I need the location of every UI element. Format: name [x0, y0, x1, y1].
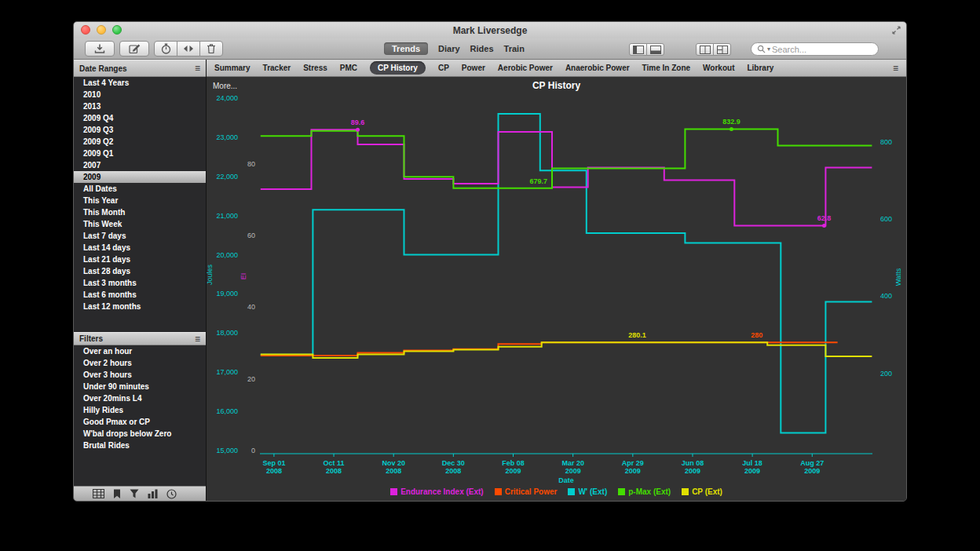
- date-range-item-this-month[interactable]: This Month: [74, 206, 206, 218]
- x-tick-year: 2008: [326, 467, 342, 475]
- series-critical-power: [261, 342, 838, 356]
- search-icon: [757, 45, 766, 53]
- toggle-sidebar-button[interactable]: [629, 43, 647, 56]
- window-title: Mark Liversedge: [453, 25, 528, 36]
- date-range-item-last-6-months[interactable]: Last 6 months: [74, 289, 206, 301]
- search-input[interactable]: [772, 45, 872, 54]
- date-ranges-menu-icon[interactable]: ≡: [195, 64, 200, 73]
- filter-item-hilly-rides[interactable]: Hilly Rides: [74, 404, 206, 416]
- compose-button[interactable]: [119, 41, 149, 57]
- toolbar: TrendsDiaryRidesTrain ▾: [74, 38, 906, 60]
- date-range-item-last-28-days[interactable]: Last 28 days: [74, 265, 206, 277]
- date-range-item-last-3-months[interactable]: Last 3 months: [74, 277, 206, 289]
- filter-item-brutal-rides[interactable]: Brutal Rides: [74, 440, 206, 451]
- tab-power[interactable]: Power: [462, 64, 485, 72]
- tab-pmc[interactable]: PMC: [340, 64, 357, 72]
- filter-item-w-bal-drops-below-zero[interactable]: W'bal drops below Zero: [74, 428, 206, 440]
- search-field[interactable]: ▾: [751, 42, 879, 56]
- filter-funnel-icon[interactable]: [130, 489, 139, 498]
- date-range-item-2009[interactable]: 2009: [74, 171, 206, 183]
- tab-workout[interactable]: Workout: [703, 64, 734, 72]
- x-tick-label: Feb 08: [502, 459, 525, 467]
- chart-menu-icon[interactable]: ≡: [893, 64, 898, 73]
- legend-swatch: [682, 488, 689, 495]
- delete-button[interactable]: [199, 41, 223, 57]
- bookmark-icon[interactable]: [113, 489, 121, 499]
- chart-area: 24,00023,00022,00021,00020,00019,00018,0…: [207, 77, 906, 501]
- fullscreen-icon[interactable]: [892, 26, 901, 35]
- sidebar: Date Ranges ≡ Last 4 Years201020132009 Q…: [74, 60, 207, 501]
- date-range-item-this-year[interactable]: This Year: [74, 195, 206, 206]
- tab-time-in-zone[interactable]: Time In Zone: [642, 64, 691, 72]
- grid-view-icon: [717, 46, 728, 54]
- x-tick-year: 2009: [804, 467, 820, 475]
- watts-tick-label: 200: [880, 370, 892, 378]
- view-tab-diary[interactable]: Diary: [438, 44, 460, 53]
- date-range-item-last-7-days[interactable]: Last 7 days: [74, 230, 206, 242]
- date-range-item-last-4-years[interactable]: Last 4 Years: [74, 77, 206, 89]
- zoom-button[interactable]: [112, 25, 122, 35]
- filters-title: Filters: [79, 334, 195, 343]
- x-tick-year: 2009: [505, 467, 521, 475]
- filter-item-over-20mins-l4[interactable]: Over 20mins L4: [74, 392, 206, 404]
- table-icon[interactable]: [93, 489, 104, 498]
- date-range-item-2010[interactable]: 2010: [74, 89, 206, 100]
- tab-cp-history[interactable]: CP History: [370, 61, 426, 75]
- date-range-item-last-12-months[interactable]: Last 12 months: [74, 301, 206, 312]
- filter-item-over-3-hours[interactable]: Over 3 hours: [74, 369, 206, 381]
- watts-tick-label: 800: [880, 138, 892, 146]
- date-range-item-all-dates[interactable]: All Dates: [74, 183, 206, 195]
- filter-item-over-2-hours[interactable]: Over 2 hours: [74, 357, 206, 369]
- clock-icon[interactable]: [166, 489, 177, 499]
- legend-label: Endurance Index (Ext): [400, 487, 484, 496]
- tab-stress[interactable]: Stress: [303, 64, 327, 72]
- stopwatch-button[interactable]: [154, 41, 177, 57]
- view-tab-trends[interactable]: Trends: [384, 42, 428, 55]
- date-range-item-2009-q3[interactable]: 2009 Q3: [74, 124, 206, 136]
- date-range-item-this-week[interactable]: This Week: [74, 218, 206, 230]
- panel-left-icon: [633, 46, 644, 54]
- date-range-item-2009-q2[interactable]: 2009 Q2: [74, 136, 206, 148]
- tab-anaerobic-power[interactable]: Anaerobic Power: [565, 64, 630, 72]
- tab-cp[interactable]: CP: [438, 64, 449, 72]
- legend-item-endurance-index-ext: Endurance Index (Ext): [390, 487, 484, 496]
- legend-item-p-max-ext: p-Max (Ext): [618, 487, 671, 496]
- date-range-item-2013[interactable]: 2013: [74, 100, 206, 112]
- minimize-button[interactable]: [97, 25, 106, 35]
- tab-aerobic-power[interactable]: Aerobic Power: [498, 64, 553, 72]
- tab-summary[interactable]: Summary: [214, 64, 250, 72]
- legend-swatch: [618, 488, 625, 495]
- date-range-item-2007[interactable]: 2007: [74, 159, 206, 171]
- intervals-button[interactable]: [177, 41, 200, 57]
- tab-library[interactable]: Library: [747, 64, 773, 72]
- date-range-item-last-14-days[interactable]: Last 14 days: [74, 242, 206, 254]
- download-button[interactable]: [85, 41, 115, 57]
- grid-view-button[interactable]: [713, 43, 731, 56]
- date-range-item-2009-q4[interactable]: 2009 Q4: [74, 112, 206, 124]
- ei-tick-label: 80: [247, 160, 255, 168]
- search-scope-caret-icon[interactable]: ▾: [767, 46, 770, 53]
- x-tick-label: Oct 11: [324, 459, 345, 467]
- main-tabbar: SummaryTrackerStressPMCCP HistoryCPPower…: [207, 60, 906, 77]
- filter-item-over-an-hour[interactable]: Over an hour: [74, 345, 206, 357]
- ei-tick-label: 60: [247, 232, 255, 239]
- filter-item-good-pmax-or-cp[interactable]: Good Pmax or CP: [74, 416, 206, 428]
- toggle-bottombar-button[interactable]: [646, 43, 664, 56]
- chart-legend: Endurance Index (Ext)Critical PowerW' (E…: [207, 487, 906, 496]
- filter-item-under-90-minutes[interactable]: Under 90 minutes: [74, 381, 206, 392]
- date-range-item-last-21-days[interactable]: Last 21 days: [74, 254, 206, 265]
- view-tab-train[interactable]: Train: [504, 44, 525, 53]
- tile-view-button[interactable]: [696, 43, 714, 56]
- annotation-label: 832.9: [722, 118, 740, 126]
- tab-tracker[interactable]: Tracker: [263, 64, 291, 72]
- joules-tick-label: 18,000: [216, 329, 238, 337]
- legend-item-critical-power: Critical Power: [495, 487, 558, 496]
- date-range-item-2009-q1[interactable]: 2009 Q1: [74, 148, 206, 159]
- bar-chart-icon[interactable]: [148, 489, 158, 498]
- filters-menu-icon[interactable]: ≡: [195, 334, 200, 344]
- x-tick-label: Dec 30: [442, 459, 465, 467]
- close-button[interactable]: [81, 25, 90, 35]
- x-tick-year: 2008: [266, 467, 282, 475]
- chart-svg: 24,00023,00022,00021,00020,00019,00018,0…: [207, 77, 907, 502]
- view-tab-rides[interactable]: Rides: [470, 44, 494, 53]
